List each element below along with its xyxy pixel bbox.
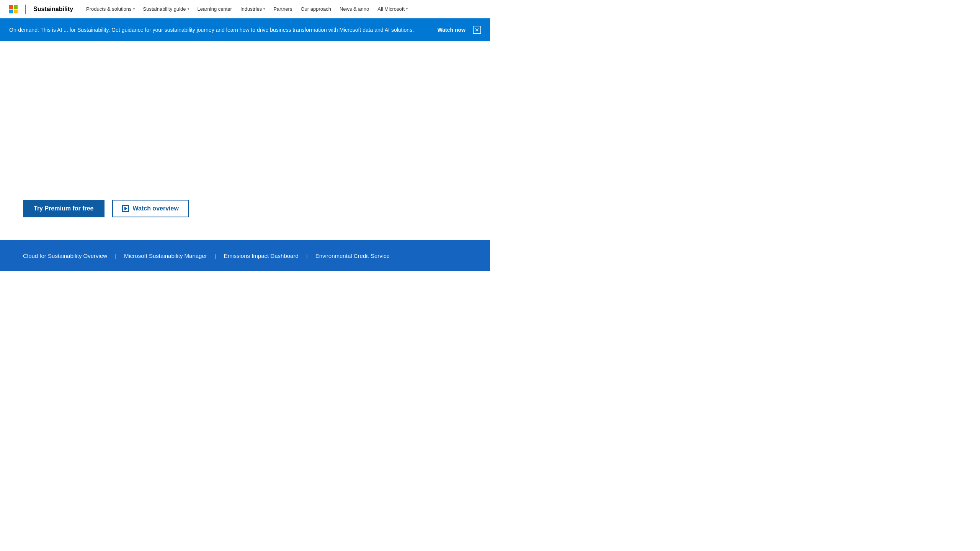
brand-name: Sustainability	[33, 6, 73, 13]
chevron-down-icon: ▾	[263, 7, 265, 11]
chevron-down-icon: ▾	[133, 7, 135, 11]
announcement-text: On-demand: This is AI ... for Sustainabi…	[9, 26, 434, 34]
footer-link-sustainability-manager[interactable]: Microsoft Sustainability Manager	[124, 249, 207, 262]
footer-separator-2: |	[215, 253, 216, 259]
microsoft-logo	[9, 5, 18, 13]
banner-close-button[interactable]: ✕	[473, 26, 481, 34]
nav-products-solutions[interactable]: Products & solutions ▾	[82, 5, 139, 13]
footer-bar: Cloud for Sustainability Overview | Micr…	[0, 240, 490, 271]
brand-divider	[25, 5, 26, 14]
chevron-down-icon: ▾	[406, 7, 408, 11]
brand: Sustainability	[9, 5, 73, 14]
main-content: Try Premium for free Watch overview	[0, 41, 490, 240]
try-premium-button[interactable]: Try Premium for free	[23, 200, 105, 217]
play-icon	[122, 205, 129, 212]
footer-separator-1: |	[115, 253, 116, 259]
nav-our-approach[interactable]: Our approach	[297, 5, 335, 13]
nav-items: Products & solutions ▾ Sustainability gu…	[82, 5, 481, 13]
logo-cell-red	[9, 5, 13, 9]
logo-cell-yellow	[14, 10, 18, 13]
chevron-down-icon: ▾	[188, 7, 189, 11]
nav-sustainability-guide[interactable]: Sustainability guide ▾	[139, 5, 193, 13]
footer-link-emissions-dashboard[interactable]: Emissions Impact Dashboard	[224, 249, 299, 262]
watch-now-link[interactable]: Watch now	[438, 27, 466, 33]
footer-link-environmental-credit[interactable]: Environmental Credit Service	[315, 249, 390, 262]
watch-overview-label: Watch overview	[133, 205, 179, 212]
logo-cell-green	[14, 5, 18, 9]
cta-buttons: Try Premium for free Watch overview	[23, 200, 467, 217]
logo-cell-blue	[9, 10, 13, 13]
watch-overview-button[interactable]: Watch overview	[112, 200, 189, 217]
announcement-banner: On-demand: This is AI ... for Sustainabi…	[0, 18, 490, 41]
nav-learning-center[interactable]: Learning center	[194, 5, 236, 13]
nav-industries[interactable]: Industries ▾	[237, 5, 269, 13]
footer-link-cloud-overview[interactable]: Cloud for Sustainability Overview	[23, 249, 107, 262]
footer-separator-3: |	[306, 253, 308, 259]
navbar: Sustainability Products & solutions ▾ Su…	[0, 0, 490, 18]
nav-all-microsoft[interactable]: All Microsoft ▾	[374, 5, 412, 13]
nav-news-anno[interactable]: News & anno	[336, 5, 373, 13]
nav-partners[interactable]: Partners	[270, 5, 296, 13]
